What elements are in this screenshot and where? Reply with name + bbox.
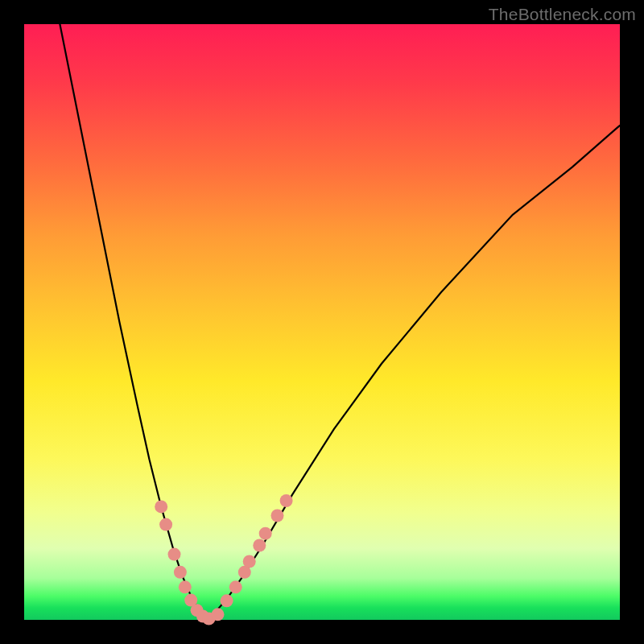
marker-point xyxy=(280,494,293,507)
outer-frame: TheBottleneck.com xyxy=(0,0,644,644)
curve-layer xyxy=(60,24,620,619)
marker-point xyxy=(212,608,225,621)
marker-point xyxy=(253,539,266,552)
credit-watermark: TheBottleneck.com xyxy=(489,5,636,24)
marker-point xyxy=(221,594,233,607)
marker-point xyxy=(259,527,272,540)
marker-point xyxy=(168,548,181,561)
marker-point xyxy=(179,580,192,593)
curve-right-branch xyxy=(206,126,620,619)
marker-point xyxy=(174,566,187,579)
marker-point xyxy=(243,555,256,568)
plot-area xyxy=(24,24,620,620)
marker-layer xyxy=(155,494,292,625)
curve-left-branch xyxy=(60,24,205,619)
marker-point xyxy=(159,518,172,531)
chart-svg xyxy=(24,24,620,620)
marker-point xyxy=(155,500,167,513)
marker-point xyxy=(271,510,284,522)
marker-point xyxy=(229,580,242,593)
